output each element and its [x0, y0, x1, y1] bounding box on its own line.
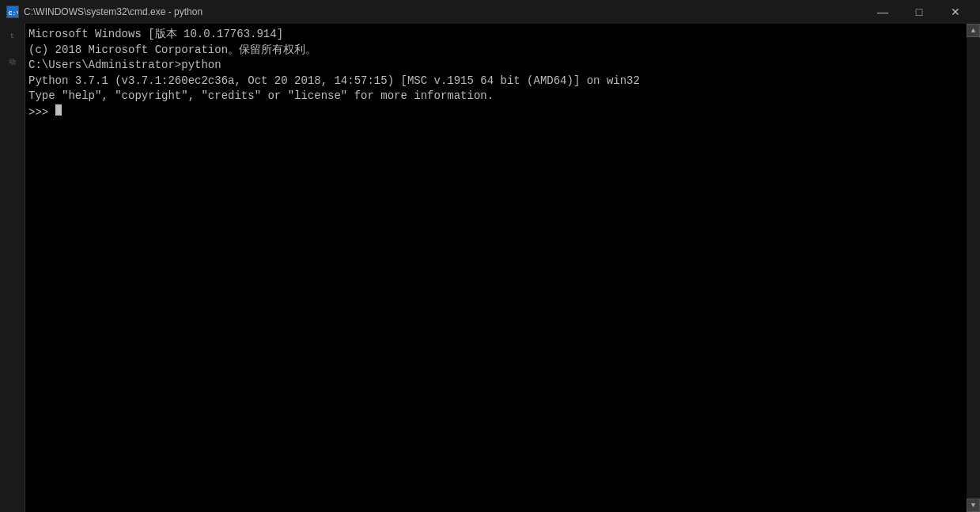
left-icon-5 — [0, 125, 25, 150]
close-button[interactable]: ✕ — [937, 0, 974, 24]
left-icon-1: t — [0, 24, 25, 49]
window: C:\ C:\WINDOWS\system32\cmd.exe - python… — [0, 0, 980, 512]
title-bar: C:\ C:\WINDOWS\system32\cmd.exe - python… — [0, 0, 980, 24]
scrollbar-up-arrow[interactable]: ▲ — [967, 24, 980, 37]
minimize-button[interactable]: — — [865, 0, 901, 24]
scrollbar-down-arrow[interactable]: ▼ — [967, 499, 980, 512]
window-controls: — □ ✕ — [865, 0, 974, 24]
cmd-icon: C:\ — [6, 6, 19, 18]
terminal-output[interactable]: Microsoft Windows [版本 10.0.17763.914] (c… — [25, 24, 967, 512]
main-area: t 动 Microsoft Windows [版本 10.0.17763.914… — [0, 24, 980, 512]
terminal-line-2: (c) 2018 Microsoft Corporation。保留所有权利。 — [28, 43, 963, 59]
terminal-line-1: Microsoft Windows [版本 10.0.17763.914] — [28, 27, 963, 43]
left-icon-2: 动 — [0, 49, 25, 74]
left-icons-panel: t 动 — [0, 24, 25, 512]
cursor — [55, 104, 62, 116]
left-icon-4 — [0, 100, 25, 125]
terminal-prompt-line: >>> — [28, 104, 963, 121]
title-bar-left: C:\ C:\WINDOWS\system32\cmd.exe - python — [6, 6, 202, 18]
terminal-line-5: Python 3.7.1 (v3.7.1:260ec2c36a, Oct 20 … — [28, 74, 963, 89]
right-scrollbar[interactable]: ▲ ▼ — [967, 24, 980, 512]
svg-text:C:\: C:\ — [9, 9, 18, 17]
scrollbar-track[interactable] — [967, 37, 980, 499]
prompt-text: >>> — [28, 106, 55, 119]
maximize-button[interactable]: □ — [901, 0, 937, 24]
terminal-line-4: C:\Users\Administrator>python — [28, 58, 963, 74]
terminal-line-6: Type "help", "copyright", "credits" or "… — [28, 89, 963, 104]
window-title: C:\WINDOWS\system32\cmd.exe - python — [24, 6, 202, 17]
left-icon-3 — [0, 74, 25, 100]
